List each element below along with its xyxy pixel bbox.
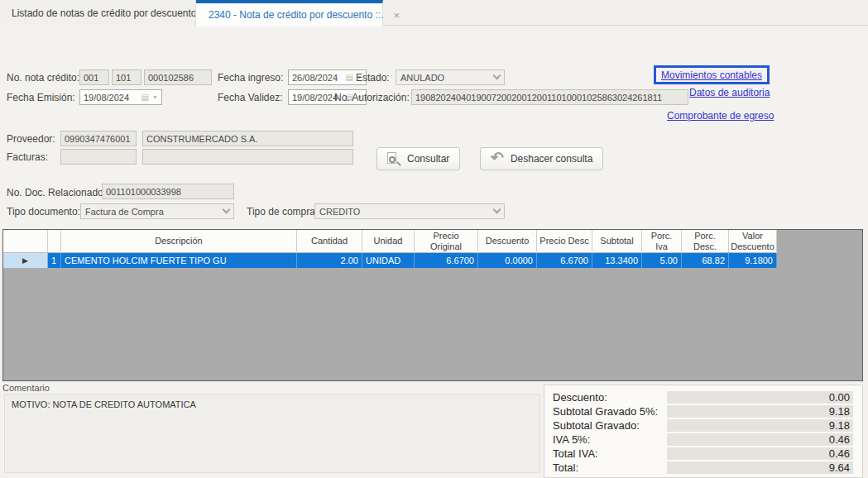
cell-precio-desc[interactable]: 6.6700 <box>537 253 592 268</box>
row-selector-arrow-icon <box>22 257 28 265</box>
facturas-field-1[interactable] <box>60 149 137 165</box>
cell-descripcion[interactable]: CEMENTO HOLCIM FUERTE TIPO GU <box>61 253 297 268</box>
cell-descuento[interactable]: 0.0000 <box>478 253 537 268</box>
total-label: Subtotal Gravado 5%: <box>553 405 667 418</box>
movimientos-contables-focus-box: Movimientos contables <box>654 65 770 84</box>
no-autorizacion-label: No. Autorización: <box>334 92 410 103</box>
calendar-icon <box>141 93 149 102</box>
header-subtotal[interactable]: Subtotal <box>592 230 642 253</box>
tipo-documento-value: Factura de Compra <box>85 207 164 217</box>
deshacer-consulta-button[interactable]: Deshacer consulta <box>480 147 603 170</box>
fecha-emision-field[interactable]: 19/08/2024 <box>79 89 162 105</box>
cell-precio-original[interactable]: 6.6700 <box>415 253 478 268</box>
total-row-subtotal-gravado: Subtotal Gravado: 9.18 <box>544 418 862 433</box>
cell-porc-iva[interactable]: 5.00 <box>642 253 682 268</box>
cell-unidad[interactable]: UNIDAD <box>362 253 415 268</box>
fecha-validez-label: Fecha Validez: <box>218 92 283 103</box>
tab-nota-credito[interactable]: 2340 - Nota de crédito por descuento ::.… <box>196 0 383 26</box>
cell-subtotal[interactable]: 13.3400 <box>592 253 642 268</box>
header-unidad[interactable]: Unidad <box>362 230 415 253</box>
facturas-label: Facturas: <box>7 151 48 163</box>
header-precio-desc[interactable]: Precio Desc <box>537 230 592 253</box>
no-doc-relacionado-label: No. Doc. Relacionado: <box>7 187 106 198</box>
total-value: 9.18 <box>667 419 853 432</box>
total-value: 0.46 <box>667 433 853 446</box>
consultar-button-label: Consultar <box>407 153 449 165</box>
cell-cantidad[interactable]: 2.00 <box>297 253 362 268</box>
calendar-icon <box>346 74 353 82</box>
estado-value: ANULADO <box>400 73 444 83</box>
chevron-down-icon <box>493 206 501 214</box>
total-row-total: Total: 9.64 <box>544 461 862 475</box>
cell-row-number: 1 <box>48 253 61 268</box>
total-row-subtotal-gravado-5: Subtotal Gravado 5%: 9.18 <box>544 404 862 418</box>
comentario-label: Comentario <box>2 383 50 393</box>
header-row-number <box>48 230 61 253</box>
tab-label: Listado de notas de crédito por descuent… <box>12 7 196 19</box>
dropdown-arrow-icon[interactable] <box>152 94 158 100</box>
comentario-textarea[interactable]: MOTIVO: NOTA DE CREDITO AUTOMATICA <box>4 394 540 473</box>
search-document-icon <box>387 152 400 166</box>
estado-select[interactable]: ANULADO <box>396 69 505 85</box>
header-porc-iva[interactable]: Porc. Iva <box>642 230 682 253</box>
total-label: Descuento: <box>553 391 667 404</box>
totals-panel: Descuento: 0.00 Subtotal Gravado 5%: 9.1… <box>544 385 863 478</box>
total-value: 0.00 <box>667 391 853 404</box>
chevron-down-icon <box>223 206 231 214</box>
cell-valor-descuento[interactable]: 9.1800 <box>729 253 777 268</box>
no-autorizacion-field[interactable]: 1908202404019007200200120011010001025863… <box>411 89 688 105</box>
grid-header-row: Descripción Cantidad Unidad Precio Origi… <box>3 230 862 253</box>
close-icon[interactable]: × <box>393 10 400 21</box>
total-value: 9.64 <box>667 461 853 474</box>
tipo-documento-select[interactable]: Factura de Compra <box>80 203 234 219</box>
undo-icon <box>491 150 504 165</box>
nota-credito-establecimiento-field[interactable]: 001 <box>79 69 109 85</box>
fecha-ingreso-field[interactable]: 26/08/2024 <box>288 69 367 85</box>
no-nota-credito-label: No. nota crédito: <box>7 72 79 84</box>
items-grid: Descripción Cantidad Unidad Precio Origi… <box>2 229 863 381</box>
comprobante-egreso-link[interactable]: Comprobante de egreso <box>667 110 774 122</box>
fecha-emision-label: Fecha Emisión: <box>7 92 75 103</box>
total-row-descuento: Descuento: 0.00 <box>544 390 862 404</box>
total-label: IVA 5%: <box>553 433 667 446</box>
tab-listado-notas[interactable]: Listado de notas de crédito por descuent… <box>0 0 196 26</box>
estado-label: Estado: <box>356 72 390 84</box>
tab-label: 2340 - Nota de crédito por descuento ::. <box>209 9 383 21</box>
deshacer-button-label: Deshacer consulta <box>511 153 592 165</box>
nota-credito-punto-emision-field[interactable]: 101 <box>112 69 141 85</box>
total-label: Subtotal Gravado: <box>553 419 667 432</box>
app-window: Listado de notas de crédito por descuent… <box>0 0 868 478</box>
header-valor-descuento[interactable]: Valor Descuento <box>729 230 777 253</box>
fecha-ingreso-label: Fecha ingreso: <box>218 72 283 84</box>
header-descripcion[interactable]: Descripción <box>61 230 297 253</box>
datos-auditoria-link[interactable]: Datos de auditoria <box>689 87 770 98</box>
total-label: Total: <box>553 461 667 474</box>
date-value: 19/08/2024 <box>84 93 129 103</box>
proveedor-nombre-field[interactable]: CONSTRUMERCADO S.A. <box>142 131 353 146</box>
total-label: Total IVA: <box>553 447 667 460</box>
facturas-field-2[interactable] <box>142 149 353 165</box>
consultar-button[interactable]: Consultar <box>376 147 460 170</box>
table-row[interactable]: 1 CEMENTO HOLCIM FUERTE TIPO GU 2.00 UNI… <box>3 253 862 268</box>
total-row-iva-5: IVA 5%: 0.46 <box>544 433 862 447</box>
header-selector <box>3 230 48 253</box>
header-descuento[interactable]: Descuento <box>478 230 537 253</box>
proveedor-label: Proveedor: <box>7 133 55 145</box>
header-precio-original[interactable]: Precio Original <box>415 230 478 253</box>
nota-credito-secuencial-field[interactable]: 000102586 <box>144 69 212 85</box>
tipo-documento-label: Tipo documento: <box>7 206 80 217</box>
header-cantidad[interactable]: Cantidad <box>297 230 362 253</box>
date-value: 19/08/2024 <box>292 93 338 103</box>
movimientos-contables-link[interactable]: Movimientos contables <box>661 69 762 81</box>
total-row-total-iva: Total IVA: 0.46 <box>544 447 862 461</box>
proveedor-ruc-field[interactable]: 0990347476001 <box>60 131 137 146</box>
tipo-compra-select[interactable]: CREDITO <box>314 203 505 219</box>
header-porc-desc[interactable]: Porc. Desc. <box>682 230 729 253</box>
tab-bar: Listado de notas de crédito por descuent… <box>0 0 868 26</box>
cell-porc-desc[interactable]: 68.82 <box>682 253 729 268</box>
no-doc-relacionado-field[interactable]: 001101000033998 <box>102 184 234 199</box>
total-value: 9.18 <box>667 405 853 418</box>
tipo-compra-label: Tipo de compra: <box>247 206 318 217</box>
row-selector-cell[interactable] <box>3 253 48 268</box>
total-value: 0.46 <box>667 447 853 460</box>
